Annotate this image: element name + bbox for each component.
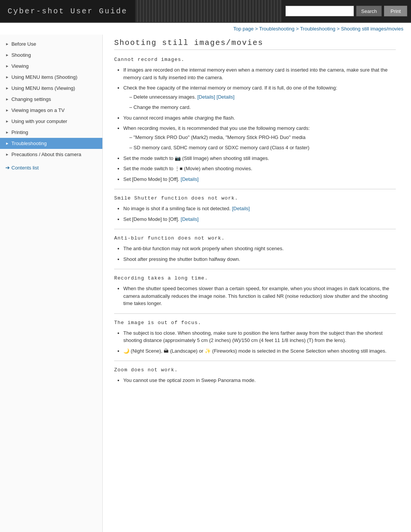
bullet-list-smile-shutter: No image is shot if a smiling face is no… (114, 205, 396, 223)
arrow-icon: ► (5, 130, 9, 134)
site-title: Cyber-shot User Guide (8, 7, 127, 16)
list-item: You cannot record images while charging … (123, 114, 396, 122)
arrow-icon: ► (5, 141, 9, 145)
details-link[interactable]: [Details] (217, 94, 234, 100)
sidebar-item-before-use[interactable]: ► Before Use (0, 38, 102, 50)
sidebar-item-label: Viewing images on a TV (11, 107, 65, 113)
header-title-area: Cyber-shot User Guide (0, 0, 135, 22)
sidebar-item-precautions[interactable]: ► Precautions / About this camera (0, 149, 102, 160)
breadcrumb-troubleshooting1[interactable]: Troubleshooting (259, 26, 295, 32)
details-link[interactable]: [Details] (181, 216, 199, 222)
list-item: Shoot after pressing the shutter button … (123, 256, 396, 263)
list-item: Check the free capacity of the internal … (123, 84, 396, 111)
sidebar-item-shooting[interactable]: ► Shooting (0, 50, 102, 61)
section-divider (114, 189, 396, 189)
sidebar-item-label: Viewing (11, 63, 29, 69)
sub-list: "Memory Stick PRO Duo" (Mark2) media, "M… (123, 134, 396, 152)
arrow-icon: ► (5, 97, 9, 101)
list-item: When the shutter speed becomes slower th… (123, 285, 396, 307)
sub-list-item: "Memory Stick PRO Duo" (Mark2) media, "M… (129, 134, 396, 141)
contents-list-link[interactable]: ➔ Contents list (0, 161, 102, 174)
arrow-icon: ► (5, 119, 9, 123)
details-link[interactable]: [Details] (232, 206, 250, 211)
sidebar-item-menu-viewing[interactable]: ► Using MENU items (Viewing) (0, 83, 102, 94)
page-layout: ► Before Use ► Shooting ► Viewing ► Usin… (0, 35, 411, 532)
sidebar-item-label: Precautions / About this camera (11, 152, 81, 157)
section-title-out-of-focus: The image is out of focus. (114, 320, 396, 326)
print-button[interactable]: Print (384, 6, 407, 16)
sidebar-item-changing-settings[interactable]: ► Changing settings (0, 94, 102, 105)
sidebar-item-computer[interactable]: ► Using with your computer (0, 116, 102, 127)
details-link[interactable]: [Details] (181, 176, 199, 182)
section-title-smile-shutter: Smile Shutter function does not work. (114, 195, 396, 201)
header-controls: Search Print (282, 0, 411, 22)
sidebar-item-printing[interactable]: ► Printing (0, 127, 102, 138)
sidebar-item-menu-shooting[interactable]: ► Using MENU items (Shooting) (0, 72, 102, 83)
sidebar-item-label: Printing (11, 129, 28, 135)
arrow-icon: ► (5, 53, 9, 57)
bullet-list-anti-blur: The anti-blur function may not work prop… (114, 245, 396, 263)
list-item: No image is shot if a smiling face is no… (123, 205, 396, 212)
list-item: Set [Demo Mode] to [Off]. [Details] (123, 176, 396, 183)
arrow-icon: ► (5, 64, 9, 68)
title-divider (114, 50, 396, 50)
list-item: Set [Demo Mode] to [Off]. [Details] (123, 216, 396, 223)
arrow-right-icon: ➔ (5, 165, 10, 171)
section-divider (114, 269, 396, 269)
search-input[interactable] (285, 6, 354, 16)
section-recording-time: Recording takes a long time. When the sh… (114, 275, 396, 307)
list-item: Set the mode switch to 📷 (Still Image) w… (123, 155, 396, 162)
breadcrumb-current[interactable]: Shooting still images/movies (341, 26, 403, 32)
sub-list-item: Delete unnecessary images. [Details] [De… (129, 93, 396, 101)
breadcrumb-top[interactable]: Top page (233, 26, 254, 32)
sidebar-item-viewing[interactable]: ► Viewing (0, 61, 102, 72)
sidebar-item-label: Using MENU items (Shooting) (11, 74, 77, 80)
main-content: Shooting still images/movies Cannot reco… (103, 35, 407, 532)
breadcrumb-troubleshooting2[interactable]: Troubleshooting (300, 26, 335, 32)
section-smile-shutter: Smile Shutter function does not work. No… (114, 195, 396, 223)
section-title-recording-time: Recording takes a long time. (114, 275, 396, 281)
section-title-zoom: Zoom does not work. (114, 367, 396, 373)
bullet-list-recording-time: When the shutter speed becomes slower th… (114, 285, 396, 307)
bullet-list-cannot-record: If images are recorded on the internal m… (114, 66, 396, 183)
bullet-list-zoom: You cannot use the optical zoom in Sweep… (114, 377, 396, 384)
list-item: The subject is too close. When shooting,… (123, 329, 396, 344)
section-cannot-record: Cannot record images. If images are reco… (114, 57, 396, 183)
sidebar-item-label: Before Use (11, 41, 36, 47)
sidebar-item-label: Troubleshooting (11, 141, 47, 146)
arrow-icon: ► (5, 108, 9, 112)
list-item: Set the mode switch to ⋮■ (Movie) when s… (123, 165, 396, 173)
sidebar-item-viewing-tv[interactable]: ► Viewing images on a TV (0, 105, 102, 116)
arrow-icon: ► (5, 42, 9, 46)
section-divider (114, 229, 396, 229)
list-item: The anti-blur function may not work prop… (123, 245, 396, 252)
header: Cyber-shot User Guide Search Print (0, 0, 411, 23)
sub-list-item: SD memory card, SDHC memory card or SDXC… (129, 144, 396, 152)
list-item: 🌙 (Night Scene), 🏔 (Landscape) or ✨ (Fir… (123, 347, 396, 355)
sidebar-item-label: Changing settings (11, 96, 51, 102)
sub-list-item: Change the memory card. (129, 104, 396, 111)
details-link[interactable]: [Details] (198, 94, 215, 100)
list-item: If images are recorded on the internal m… (123, 66, 396, 81)
sidebar: ► Before Use ► Shooting ► Viewing ► Usin… (0, 35, 103, 532)
sidebar-item-troubleshooting[interactable]: ► Troubleshooting (0, 138, 102, 149)
section-out-of-focus: The image is out of focus. The subject i… (114, 320, 396, 355)
breadcrumb: Top page > Troubleshooting > Troubleshoo… (0, 23, 411, 35)
search-button[interactable]: Search (356, 6, 382, 16)
sidebar-item-label: Using MENU items (Viewing) (11, 85, 75, 91)
section-anti-blur: Anti-blur function does not work. The an… (114, 235, 396, 263)
bullet-list-out-of-focus: The subject is too close. When shooting,… (114, 329, 396, 355)
section-zoom: Zoom does not work. You cannot use the o… (114, 367, 396, 384)
section-divider (114, 313, 396, 314)
list-item: You cannot use the optical zoom in Sweep… (123, 377, 396, 384)
arrow-icon: ► (5, 86, 9, 90)
section-title-cannot-record: Cannot record images. (114, 57, 396, 62)
sidebar-item-label: Using with your computer (11, 118, 67, 124)
header-stripe (135, 0, 282, 22)
arrow-icon: ► (5, 152, 9, 157)
section-title-anti-blur: Anti-blur function does not work. (114, 235, 396, 241)
contents-link-label: Contents list (11, 165, 39, 171)
sidebar-item-label: Shooting (11, 52, 31, 58)
arrow-icon: ► (5, 75, 9, 79)
page-title: Shooting still images/movies (114, 38, 396, 47)
